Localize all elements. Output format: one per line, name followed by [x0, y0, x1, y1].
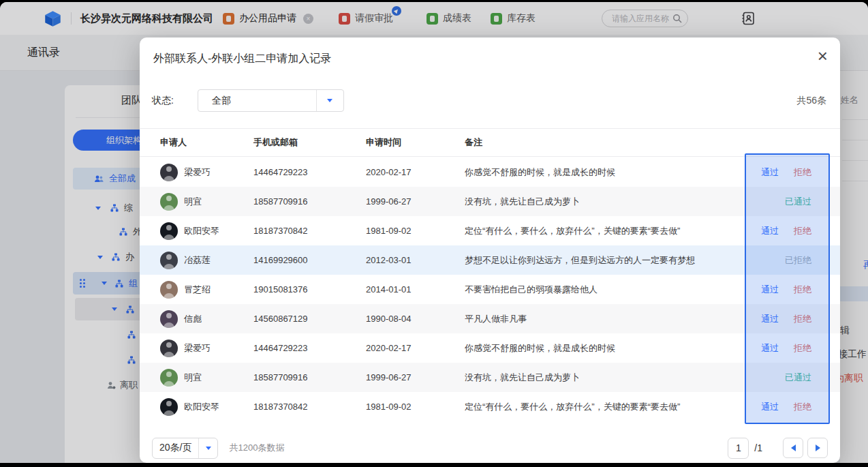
company-name[interactable]: 长沙异次元网络科技有限公司	[80, 12, 213, 25]
reject-button[interactable]: 拒绝	[794, 225, 811, 237]
action-cell: 通过 拒绝	[726, 225, 828, 237]
tree-item-label: 离职	[120, 379, 138, 391]
table-row[interactable]: 明宜 18587709916 1999-06-27 没有坑，就先让自己成为萝卜 …	[140, 363, 840, 392]
chevron-down-icon	[327, 99, 332, 102]
contact-cell: 18587709916	[253, 196, 366, 207]
applicant-cell: 冶荔莲	[160, 252, 253, 269]
date-cell: 2012-03-01	[366, 255, 465, 265]
drag-handle-icon[interactable]	[80, 279, 82, 281]
applicant-cell: 欧阳安琴	[160, 398, 253, 416]
column-date: 申请时间	[366, 136, 465, 149]
chevron-down-icon[interactable]	[97, 256, 103, 259]
background-highlight-strip	[840, 286, 868, 301]
chevron-down-icon	[206, 447, 211, 450]
tree-item-label: 组	[129, 277, 138, 290]
date-cell: 1981-09-02	[366, 226, 465, 236]
modal-footer: 20条/页 共1200条数据 1 /1	[152, 437, 828, 459]
approve-button[interactable]: 通过	[761, 401, 779, 413]
applicant-avatar	[160, 252, 178, 269]
applicant-name: 梁爱巧	[184, 342, 211, 355]
status-filter-select[interactable]: 全部	[198, 89, 344, 112]
reject-button[interactable]: 拒绝	[794, 313, 811, 325]
table-row[interactable]: 冶荔莲 14169929600 2012-03-01 梦想不足以让你到达远方，但…	[140, 245, 840, 275]
table-row[interactable]: 梁爱巧 14464729223 2020-02-17 你感觉不舒服的时候，就是成…	[140, 333, 840, 363]
applicant-cell: 梁爱巧	[160, 164, 253, 181]
table-row[interactable]: 冒芝绍 19015081376 2014-01-01 不要害怕把自己的弱项暴露给…	[140, 275, 840, 304]
remark-cell: 定位“有什么，要什么，放弃什么”，关键的要素“要去做”	[465, 225, 726, 237]
select-arrow-segment[interactable]	[316, 90, 343, 111]
applicant-name: 明宜	[184, 196, 202, 208]
table-row[interactable]: 明宜 18587709916 1999-06-27 没有坑，就先让自己成为萝卜 …	[140, 187, 840, 216]
tab-label: 成绩表	[443, 12, 471, 25]
table-row[interactable]: 欧阳安琴 18187370842 1981-09-02 定位“有什么，要什么，放…	[140, 216, 840, 245]
status-text: 已通过	[785, 372, 811, 384]
tab-grade-sheet[interactable]: 成绩表	[427, 2, 471, 35]
applicant-cell: 信彪	[160, 310, 253, 328]
date-cell: 2020-02-17	[366, 343, 465, 353]
reject-button[interactable]: 拒绝	[794, 166, 811, 179]
approve-button[interactable]: 通过	[761, 342, 779, 355]
status-text: 已拒绝	[785, 254, 811, 267]
approve-button[interactable]: 通过	[761, 284, 779, 296]
page-title: 通讯录	[27, 46, 60, 60]
contact-cell: 19015081376	[253, 284, 366, 295]
contact-cell: 14169929600	[253, 255, 366, 265]
table-row[interactable]: 信彪 14560867129 1990-08-04 平凡人做非凡事 通过 拒绝	[140, 304, 840, 333]
page-size-select[interactable]: 20条/页	[152, 438, 218, 459]
tree-item-label: 综	[124, 202, 133, 214]
contact-cell: 14464729223	[253, 343, 366, 353]
reject-button[interactable]: 拒绝	[794, 401, 811, 413]
table-body: 梁爱巧 14464729223 2020-02-17 你感觉不舒服的时候，就是成…	[140, 157, 840, 421]
applicant-avatar	[160, 193, 178, 211]
topbar: 长沙异次元网络科技有限公司 办公用品申请 × 请假审批 成绩表 库存表 请输入应…	[0, 2, 868, 35]
tab-inventory-sheet[interactable]: 库存表	[491, 2, 536, 35]
resigned-person-icon	[106, 381, 116, 389]
close-tab-icon[interactable]: ×	[303, 14, 313, 24]
reject-button[interactable]: 拒绝	[794, 284, 811, 296]
action-cell: 通过 拒绝	[726, 313, 828, 325]
app-logo-icon[interactable]	[44, 10, 62, 28]
action-cell: 已通过	[726, 196, 828, 208]
column-remark: 备注	[465, 136, 726, 149]
app-search-input[interactable]: 请输入应用名称	[602, 10, 688, 27]
reject-button[interactable]: 拒绝	[794, 342, 811, 355]
address-book-icon[interactable]	[741, 11, 756, 26]
contact-cell: 14464729223	[253, 167, 366, 177]
table-row[interactable]: 欧阳安琴 18187370842 1981-09-02 定位“有什么，要什么，放…	[140, 392, 840, 421]
tab-leave-approval[interactable]: 请假审批	[339, 2, 393, 35]
remark-cell: 不要害怕把自己的弱项暴露给他人	[465, 284, 726, 296]
next-page-button[interactable]	[807, 438, 828, 458]
approve-button[interactable]: 通过	[761, 166, 779, 179]
contact-cell: 14560867129	[253, 314, 366, 324]
table-header: 申请人 手机或邮箱 申请时间 备注	[140, 128, 840, 157]
applicant-cell: 冒芝绍	[160, 281, 253, 299]
page-number-input[interactable]: 1	[728, 438, 749, 459]
status-filter-label: 状态:	[152, 95, 174, 107]
tree-item-label: 办	[125, 251, 134, 263]
remark-cell: 没有坑，就先让自己成为萝卜	[465, 372, 726, 384]
remark-cell: 梦想不足以让你到达远方，但是到达远方的人一定要有梦想	[465, 254, 726, 267]
date-cell: 2020-02-17	[366, 167, 465, 177]
date-cell: 1981-09-02	[366, 402, 465, 412]
chevron-down-icon[interactable]	[112, 307, 117, 311]
approve-button[interactable]: 通过	[761, 313, 779, 325]
action-cell: 通过 拒绝	[726, 401, 828, 413]
approve-button[interactable]: 通过	[761, 225, 779, 237]
table-row[interactable]: 梁爱巧 14464729223 2020-02-17 你感觉不舒服的时候，就是成…	[140, 157, 840, 187]
modal-title: 外部联系人-外联小组二申请加入记录	[153, 52, 331, 66]
applicant-name: 冶荔莲	[184, 254, 211, 267]
modal-close-icon[interactable]: ×	[818, 47, 828, 65]
applicant-avatar	[160, 164, 178, 181]
chevron-down-icon[interactable]	[95, 207, 101, 210]
page-size-arrow-segment[interactable]	[198, 438, 217, 458]
action-cell: 通过 拒绝	[726, 284, 828, 296]
status-text: 已通过	[785, 196, 811, 208]
tab-office-supplies[interactable]: 办公用品申请 ×	[223, 2, 313, 35]
org-icon	[112, 253, 120, 261]
chevron-down-icon[interactable]	[102, 282, 107, 285]
date-cell: 1999-06-27	[366, 372, 465, 382]
prev-page-button[interactable]	[783, 438, 803, 458]
org-icon	[127, 356, 136, 364]
tree-item-label: 全部成	[109, 172, 136, 185]
status-filter-value: 全部	[198, 95, 316, 107]
